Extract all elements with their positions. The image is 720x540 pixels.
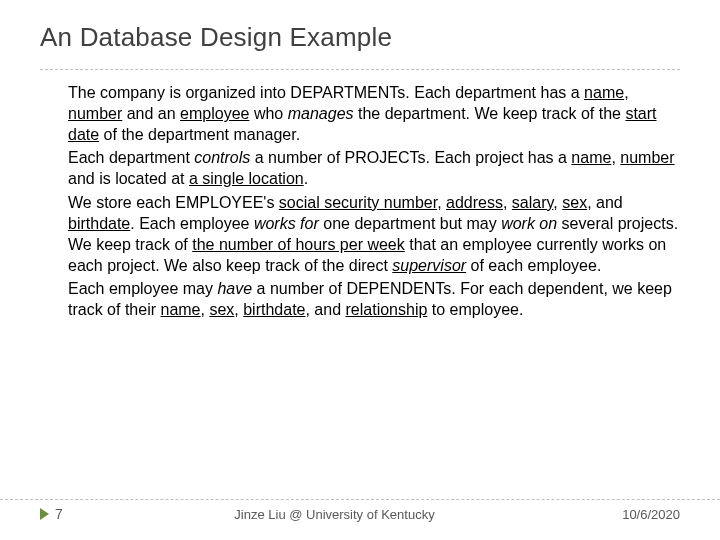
bullet-marker (48, 278, 68, 320)
title-divider (40, 69, 680, 70)
footer: 7 Jinze Liu @ University of Kentucky 10/… (0, 499, 720, 522)
bullet-text: Each department controls a number of PRO… (68, 147, 680, 189)
bullet-marker (48, 82, 68, 145)
bullet-item: The company is organized into DEPARTMENT… (48, 82, 680, 145)
bullet-text: We store each EMPLOYEE's social security… (68, 192, 680, 276)
bullet-item: Each department controls a number of PRO… (48, 147, 680, 189)
footer-center-text: Jinze Liu @ University of Kentucky (63, 507, 606, 522)
page-number: 7 (55, 506, 63, 522)
bullet-item: We store each EMPLOYEE's social security… (48, 192, 680, 276)
bullet-marker (48, 192, 68, 276)
bullet-item: Each employee may have a number of DEPEN… (48, 278, 680, 320)
bullet-marker (48, 147, 68, 189)
slide: An Database Design Example The company i… (0, 0, 720, 320)
bullet-text: The company is organized into DEPARTMENT… (68, 82, 680, 145)
footer-date: 10/6/2020 (622, 507, 680, 522)
bullet-list: The company is organized into DEPARTMENT… (40, 82, 680, 320)
slide-title: An Database Design Example (40, 22, 680, 53)
bullet-text: Each employee may have a number of DEPEN… (68, 278, 680, 320)
play-icon (40, 508, 49, 520)
page-badge: 7 (40, 506, 63, 522)
